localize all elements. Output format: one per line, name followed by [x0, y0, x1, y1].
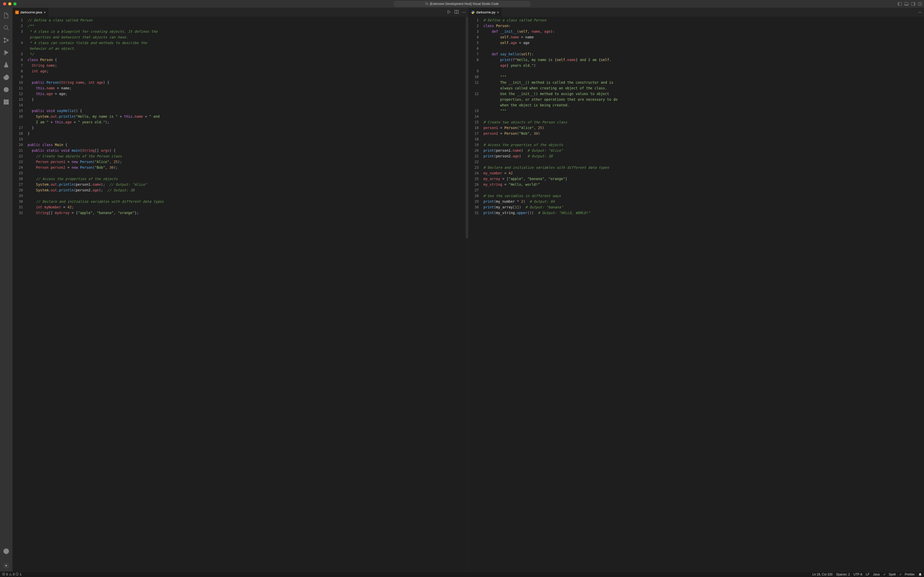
customize-layout-icon[interactable] — [918, 2, 922, 6]
extensions-view-icon[interactable] — [0, 96, 12, 108]
tab-label: darksome.py — [476, 10, 495, 14]
problems-status[interactable]: ⓧ0 ⚠0 ⓘ1 — [2, 572, 21, 577]
editor-group-left: J darksome.java × ⋯ 12345678910111213141… — [12, 8, 468, 571]
svg-line-10 — [7, 29, 8, 30]
source-control-view-icon[interactable] — [0, 34, 12, 46]
minimize-window-button[interactable] — [8, 2, 11, 5]
close-tab-icon[interactable]: × — [44, 10, 46, 15]
svg-point-23 — [5, 565, 7, 566]
explorer-view-icon[interactable] — [0, 10, 12, 21]
svg-point-14 — [4, 53, 6, 55]
editor-java[interactable]: 1234567891011121314151617181920212223242… — [13, 17, 468, 571]
titlebar: ← → [Extension Development Host] Visual … — [0, 0, 924, 8]
close-window-button[interactable] — [3, 2, 6, 5]
toggle-panel-icon[interactable] — [905, 2, 908, 6]
settings-gear-icon[interactable] — [0, 560, 12, 571]
eol-status[interactable]: LF — [866, 573, 870, 576]
svg-rect-20 — [6, 100, 8, 102]
check-icon: ✓ — [883, 573, 886, 576]
svg-rect-19 — [6, 102, 8, 104]
svg-point-22 — [5, 550, 7, 551]
svg-point-9 — [4, 26, 8, 29]
encoding-status[interactable]: UTF-8 — [854, 573, 863, 576]
extension-view-icon-1[interactable] — [0, 72, 12, 83]
search-view-icon[interactable] — [0, 22, 12, 34]
tab-bar-right: darksome.py × ⋯ — [468, 8, 924, 17]
workbench: J darksome.java × ⋯ 12345678910111213141… — [0, 8, 924, 571]
status-bar: ⓧ0 ⚠0 ⓘ1 Ln 16, Col 100 Spaces: 2 UTF-8 … — [0, 571, 924, 577]
toggle-secondary-sidebar-icon[interactable] — [911, 2, 915, 6]
notifications-icon[interactable] — [918, 573, 922, 576]
accounts-icon[interactable] — [0, 546, 12, 557]
line-numbers: 1234567891011121314151617181920212223242… — [468, 17, 483, 571]
svg-rect-18 — [4, 102, 6, 104]
svg-rect-1 — [898, 2, 899, 5]
more-actions-icon[interactable]: ⋯ — [462, 10, 465, 14]
python-file-icon — [471, 11, 475, 14]
tab-python-file[interactable]: darksome.py × — [468, 8, 502, 17]
window-controls — [3, 2, 16, 5]
svg-rect-17 — [4, 100, 6, 102]
language-mode[interactable]: Java — [873, 573, 880, 576]
spell-check-status[interactable]: ✓ Spell — [883, 573, 896, 576]
tab-label: darksome.java — [20, 10, 42, 14]
editor-python[interactable]: 1234567891011121314151617181920212223242… — [468, 17, 924, 571]
indentation-status[interactable]: Spaces: 2 — [836, 573, 850, 576]
check-icon: ✓ — [899, 573, 902, 576]
split-editor-icon[interactable] — [454, 10, 459, 15]
run-icon[interactable] — [447, 10, 451, 15]
svg-point-16 — [5, 89, 7, 91]
run-debug-view-icon[interactable] — [0, 47, 12, 58]
line-numbers: 1234567891011121314151617181920212223242… — [13, 17, 27, 571]
warning-icon: ⚠ — [9, 573, 12, 576]
close-tab-icon[interactable]: × — [497, 10, 499, 15]
svg-rect-5 — [914, 2, 915, 5]
info-icon: ⓘ — [16, 572, 19, 577]
code-content[interactable]: // Define a class called Person/** * A c… — [27, 17, 468, 571]
window-title: [Extension Development Host] Visual Stud… — [430, 2, 499, 6]
svg-point-11 — [4, 38, 5, 39]
svg-point-13 — [7, 40, 8, 41]
svg-point-12 — [4, 42, 5, 43]
code-content[interactable]: # Define a class called Personclass Pers… — [483, 17, 924, 571]
testing-view-icon[interactable] — [0, 59, 12, 71]
tab-java-file[interactable]: J darksome.java × — [13, 8, 49, 17]
toggle-primary-sidebar-icon[interactable] — [898, 2, 902, 6]
activity-bar — [0, 8, 12, 571]
maximize-window-button[interactable] — [13, 2, 16, 5]
svg-rect-3 — [905, 4, 908, 5]
error-icon: ⓧ — [2, 572, 5, 577]
more-actions-icon[interactable]: ⋯ — [918, 10, 921, 14]
editor-group-right: darksome.py × ⋯ 123456789101112131415161… — [468, 8, 924, 571]
command-center[interactable]: [Extension Development Host] Visual Stud… — [394, 1, 530, 7]
extension-view-icon-2[interactable] — [0, 84, 12, 95]
java-file-icon: J — [15, 11, 19, 14]
tab-bar-left: J darksome.java × ⋯ — [13, 8, 468, 17]
search-icon — [425, 2, 428, 5]
cursor-position[interactable]: Ln 16, Col 100 — [813, 573, 832, 576]
prettier-status[interactable]: ✓ Prettier — [899, 573, 915, 576]
scrollbar[interactable] — [465, 17, 468, 239]
